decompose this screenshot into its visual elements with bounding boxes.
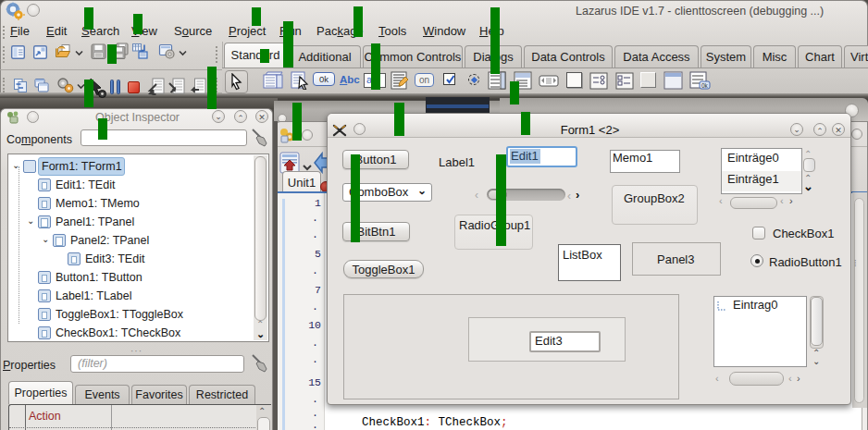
svg-text:0k: 0k [701, 82, 709, 89]
